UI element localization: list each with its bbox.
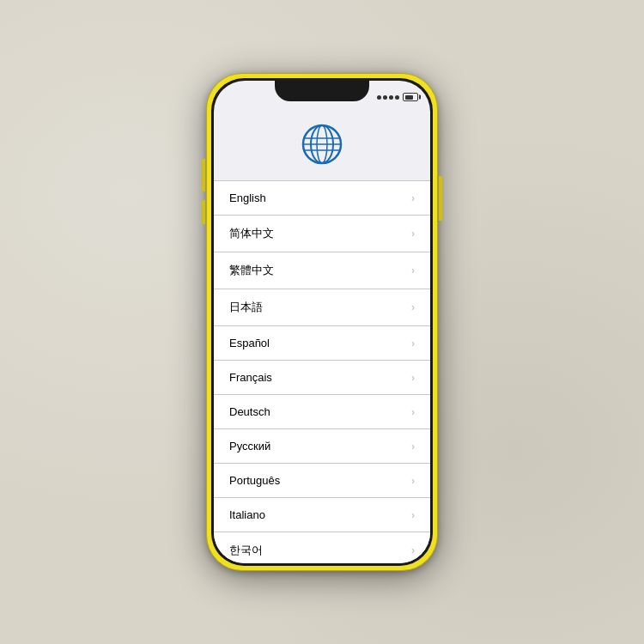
globe-icon (300, 122, 344, 167)
chevron-icon-simplified-chinese: › (411, 228, 415, 240)
phone-frame: English›简体中文›繁體中文›日本語›Español›Français›D… (211, 78, 433, 566)
chevron-icon-french: › (411, 372, 415, 384)
language-item-spanish[interactable]: Español› (214, 326, 430, 361)
battery-icon (403, 93, 418, 101)
battery-fill (405, 95, 413, 100)
chevron-icon-korean: › (411, 544, 415, 556)
language-name-korean: 한국어 (229, 543, 263, 558)
language-name-spanish: Español (229, 337, 270, 349)
chevron-icon-german: › (411, 406, 415, 418)
language-name-simplified-chinese: 简体中文 (229, 226, 274, 241)
language-item-german[interactable]: Deutsch› (214, 395, 430, 429)
language-item-russian[interactable]: Русский› (214, 429, 430, 464)
language-name-italian: Italiano (229, 508, 265, 521)
language-item-simplified-chinese[interactable]: 简体中文› (214, 216, 430, 252)
chevron-icon-portuguese: › (411, 475, 415, 487)
language-item-japanese[interactable]: 日本語› (214, 289, 430, 326)
language-item-italian[interactable]: Italiano› (214, 498, 430, 532)
signal-dot-3 (389, 95, 393, 100)
signal-dot-1 (377, 95, 381, 100)
language-name-portuguese: Português (229, 474, 280, 487)
language-item-portuguese[interactable]: Português› (214, 464, 430, 498)
phone-device: English›简体中文›繁體中文›日本語›Español›Français›D… (206, 73, 438, 571)
phone-screen: English›简体中文›繁體中文›日本語›Español›Français›D… (214, 81, 430, 563)
language-item-english[interactable]: English› (214, 180, 430, 216)
chevron-icon-spanish: › (411, 337, 415, 349)
language-name-german: Deutsch (229, 405, 270, 418)
chevron-icon-russian: › (411, 440, 415, 453)
status-right (377, 93, 418, 101)
globe-area (214, 105, 430, 180)
signal-indicator (377, 95, 399, 100)
notch (275, 81, 369, 101)
language-item-french[interactable]: Français› (214, 361, 430, 395)
language-name-japanese: 日本語 (229, 300, 263, 315)
language-name-russian: Русский (229, 440, 270, 453)
language-item-korean[interactable]: 한국어› (214, 532, 430, 563)
language-name-traditional-chinese: 繁體中文 (229, 263, 274, 278)
language-list: English›简体中文›繁體中文›日本語›Español›Français›D… (214, 180, 430, 563)
language-name-english: English (229, 191, 266, 204)
chevron-icon-japanese: › (411, 301, 415, 313)
language-name-french: Français (229, 371, 272, 384)
language-item-traditional-chinese[interactable]: 繁體中文› (214, 252, 430, 289)
signal-dot-4 (395, 95, 399, 100)
chevron-icon-english: › (411, 192, 415, 204)
power-button[interactable] (439, 176, 442, 221)
chevron-icon-italian: › (411, 509, 415, 521)
volume-up-button[interactable] (202, 167, 205, 191)
signal-dot-2 (383, 95, 387, 100)
volume-down-button[interactable] (202, 200, 205, 224)
chevron-icon-traditional-chinese: › (411, 264, 415, 276)
